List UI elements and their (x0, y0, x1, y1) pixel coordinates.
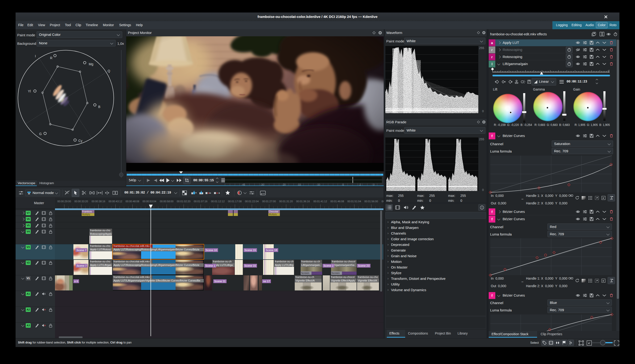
svg-text:Mg: Mg (89, 62, 93, 66)
svg-text:I: I (35, 54, 36, 58)
svg-text:Cy: Cy (78, 139, 82, 143)
svg-text:Yl: Yl (28, 89, 31, 93)
svg-text:R: R (50, 56, 52, 60)
svg-text:Q: Q (108, 69, 110, 73)
svg-text:G: G (39, 132, 42, 136)
svg-text:B: B (98, 105, 100, 109)
